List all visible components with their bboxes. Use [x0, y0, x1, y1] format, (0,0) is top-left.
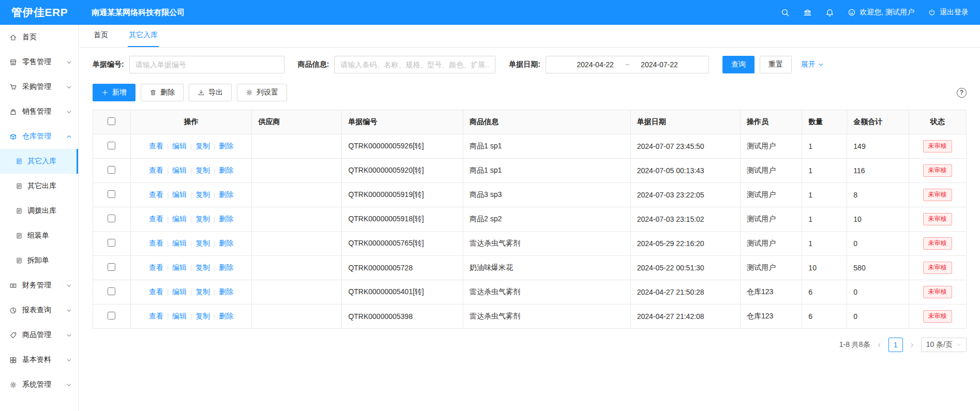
select-all-checkbox[interactable] [108, 117, 115, 125]
chevron-down-icon [818, 62, 824, 68]
next-page-icon[interactable] [909, 342, 915, 348]
table-row: 查看|编辑|复制|删除QTRK00000005401[转]雷达杀虫气雾剂2024… [93, 280, 967, 305]
delete-button[interactable]: 删除 [141, 84, 184, 101]
table-row: 查看|编辑|复制|删除QTRK00000005919[转]商品3 sp32024… [93, 183, 967, 207]
action-delete-link[interactable]: 删除 [219, 287, 233, 296]
action-edit-link[interactable]: 编辑 [172, 287, 187, 296]
row-checkbox[interactable] [108, 166, 115, 174]
prev-page-icon[interactable] [877, 342, 882, 348]
search-button[interactable]: 查询 [722, 56, 755, 73]
action-view-link[interactable]: 查看 [149, 287, 163, 296]
sidebar-item-warehouse[interactable]: 仓库管理 [0, 124, 78, 149]
action-edit-link[interactable]: 编辑 [172, 215, 187, 223]
row-status-cell: 未审核 [909, 183, 966, 207]
header-supplier: 供应商 [252, 110, 342, 134]
action-delete-link[interactable]: 删除 [219, 263, 233, 271]
search-icon[interactable] [781, 8, 790, 17]
logout-button[interactable]: 退出登录 [928, 8, 969, 17]
current-page[interactable]: 1 [888, 338, 903, 352]
sidebar-item-system[interactable]: 系统管理 [0, 372, 78, 397]
action-separator: | [214, 288, 215, 296]
action-copy-link[interactable]: 复制 [195, 263, 210, 271]
row-amount: 116 [847, 159, 909, 183]
date-from: 2024-04-22 [577, 60, 614, 69]
row-checkbox[interactable] [108, 287, 115, 295]
action-delete-link[interactable]: 删除 [219, 166, 233, 174]
bank-icon[interactable] [803, 8, 812, 17]
row-amount: 0 [847, 280, 909, 305]
row-status-cell: 未审核 [909, 305, 966, 329]
action-view-link[interactable]: 查看 [149, 239, 163, 247]
page-size-select[interactable]: 10 条/页 [921, 338, 967, 352]
action-separator: | [167, 313, 169, 320]
reset-button[interactable]: 重置 [760, 56, 792, 73]
sidebar-item-purchase[interactable]: 采购管理 [0, 74, 78, 99]
column-settings-button[interactable]: 列设置 [237, 84, 287, 101]
doc-no-input[interactable] [129, 56, 284, 73]
action-view-link[interactable]: 查看 [149, 142, 163, 150]
sidebar-subitem-assembly-order[interactable]: 组装单 [0, 223, 78, 248]
action-copy-link[interactable]: 复制 [195, 287, 210, 296]
add-button[interactable]: 新增 [93, 84, 135, 101]
row-actions-cell: 查看|编辑|复制|删除 [130, 134, 252, 159]
action-view-link[interactable]: 查看 [149, 263, 163, 271]
welcome-user[interactable]: 欢迎您, 测试用户 [848, 8, 914, 17]
sidebar-item-finance[interactable]: 财务管理 [0, 273, 78, 298]
table-row: 查看|编辑|复制|删除QTRK00000005398雷达杀虫气雾剂2024-04… [93, 305, 967, 329]
row-status-cell: 未审核 [909, 232, 966, 256]
action-view-link[interactable]: 查看 [149, 312, 163, 320]
action-view-link[interactable]: 查看 [149, 190, 163, 199]
bell-icon[interactable] [825, 8, 834, 17]
help-icon[interactable]: ? [957, 88, 967, 98]
sidebar-subitem-other-outbound[interactable]: 其它出库 [0, 174, 78, 199]
action-view-link[interactable]: 查看 [149, 215, 163, 223]
action-delete-link[interactable]: 删除 [219, 190, 233, 199]
row-qty: 1 [802, 207, 847, 232]
date-range-picker[interactable]: 2024-04-22 ~ 2024-07-22 [546, 56, 709, 73]
action-delete-link[interactable]: 删除 [219, 239, 233, 247]
action-edit-link[interactable]: 编辑 [172, 239, 187, 247]
tab-home[interactable]: 首页 [93, 25, 109, 47]
row-checkbox[interactable] [108, 215, 115, 222]
expand-link[interactable]: 展开 [801, 60, 824, 69]
sidebar-item-home[interactable]: 首页 [0, 25, 78, 50]
action-copy-link[interactable]: 复制 [195, 312, 210, 320]
export-button[interactable]: 导出 [189, 84, 232, 101]
row-checkbox[interactable] [108, 190, 115, 198]
action-edit-link[interactable]: 编辑 [172, 166, 187, 174]
sidebar-item-goods[interactable]: 商品管理 [0, 323, 78, 347]
row-supplier [252, 207, 342, 232]
sidebar-subitem-disassembly-order[interactable]: 拆卸单 [0, 248, 78, 273]
action-delete-link[interactable]: 删除 [219, 312, 233, 320]
action-edit-link[interactable]: 编辑 [172, 142, 187, 150]
action-delete-link[interactable]: 删除 [219, 215, 233, 223]
sidebar-item-sales[interactable]: 销售管理 [0, 99, 78, 124]
sidebar-subitem-other-inbound[interactable]: 其它入库 [0, 149, 78, 174]
tab-other-inbound[interactable]: 其它入库 [128, 25, 159, 47]
row-date: 2024-07-03 23:22:05 [630, 183, 740, 207]
action-edit-link[interactable]: 编辑 [172, 312, 187, 320]
row-checkbox[interactable] [108, 263, 115, 271]
sidebar-item-retail[interactable]: 零售管理 [0, 50, 78, 74]
action-copy-link[interactable]: 复制 [195, 142, 210, 150]
action-edit-link[interactable]: 编辑 [172, 190, 187, 199]
action-view-link[interactable]: 查看 [149, 166, 163, 174]
toolbar: 新增 删除 导出 列设置 ? [79, 73, 980, 101]
header-amount: 金额合计 [847, 110, 909, 134]
action-copy-link[interactable]: 复制 [195, 166, 210, 174]
logout-text: 退出登录 [940, 8, 969, 17]
row-checkbox[interactable] [108, 312, 115, 319]
action-copy-link[interactable]: 复制 [195, 239, 210, 247]
sidebar-item-reports[interactable]: 报表查询 [0, 298, 78, 323]
sidebar-item-basic-data[interactable]: 基本资料 [0, 347, 78, 372]
row-supplier [252, 280, 342, 305]
row-checkbox-cell [93, 280, 131, 305]
row-checkbox[interactable] [108, 142, 115, 149]
action-delete-link[interactable]: 删除 [219, 142, 233, 150]
sidebar-subitem-transfer-outbound[interactable]: 调拨出库 [0, 199, 78, 223]
action-copy-link[interactable]: 复制 [195, 190, 210, 199]
action-edit-link[interactable]: 编辑 [172, 263, 187, 271]
product-info-input[interactable] [334, 56, 495, 73]
action-copy-link[interactable]: 复制 [195, 215, 210, 223]
row-checkbox[interactable] [108, 239, 115, 247]
